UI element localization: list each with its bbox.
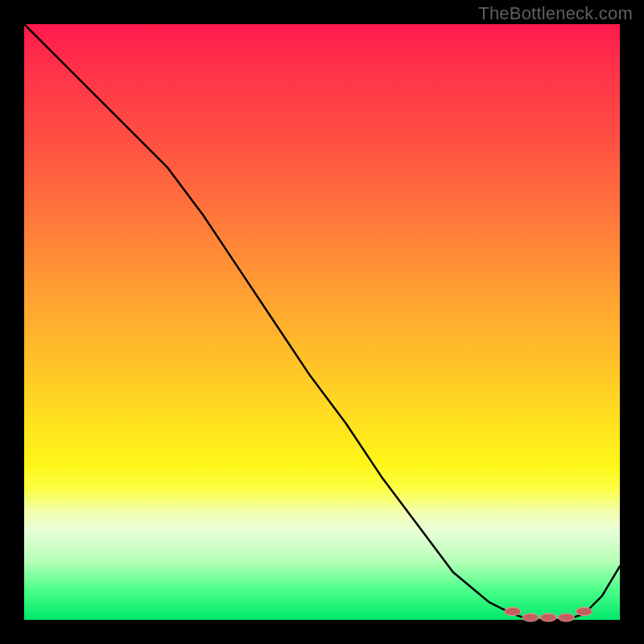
optimal-marker — [576, 608, 592, 616]
chart-frame: TheBottleneck.com — [0, 0, 644, 644]
optimal-marker — [522, 613, 539, 621]
optimal-marker — [505, 608, 521, 616]
bottleneck-curve — [24, 24, 620, 620]
watermark-text: TheBottleneck.com — [478, 3, 633, 24]
optimal-marker — [558, 613, 574, 621]
plot-area — [24, 24, 620, 620]
optimal-marker — [540, 613, 556, 621]
marker-group — [505, 608, 592, 621]
chart-svg — [24, 24, 620, 620]
